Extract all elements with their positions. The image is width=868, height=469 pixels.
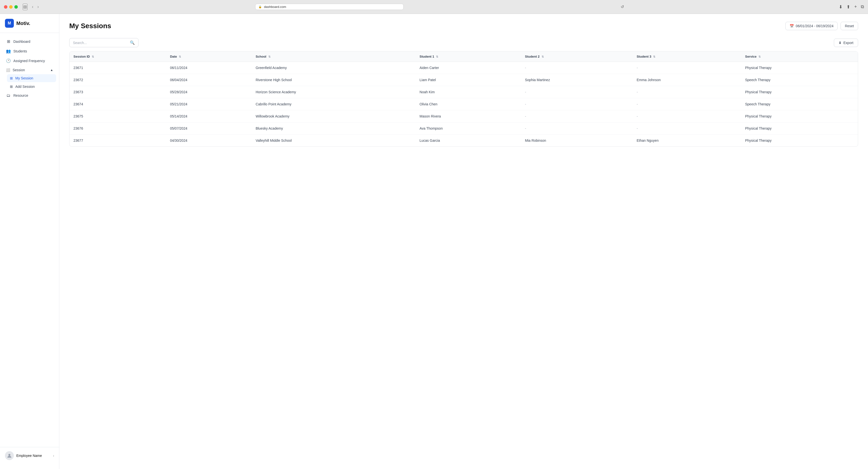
cell-service: Physical Therapy <box>741 86 858 98</box>
students-label: Students <box>13 49 27 53</box>
search-input[interactable] <box>73 41 128 45</box>
cell-school: Riverstone High School <box>252 74 416 86</box>
cell-service: Speech Therapy <box>741 98 858 110</box>
back-button[interactable]: ‹ <box>30 3 35 10</box>
add-session-label: Add Session <box>16 85 35 89</box>
sidebar-item-add-session[interactable]: ⊞ Add Session <box>7 83 56 91</box>
sort-service-icon: ⇅ <box>758 55 761 58</box>
cell-school: Horizon Science Academy <box>252 86 416 98</box>
browser-nav-arrows: ‹ › <box>30 3 40 10</box>
sidebar-item-dashboard[interactable]: ⊞ Dashboard <box>3 37 56 46</box>
table-header-row: Session ID ⇅ Date ⇅ School ⇅ Student 1 <box>69 52 858 62</box>
sidebar-footer[interactable]: Employee Name › <box>0 447 59 464</box>
table-row[interactable]: 23672 06/04/2024 Riverstone High School … <box>69 74 858 86</box>
browser-chrome: ⊞ ‹ › 🔒 dashboard.com ↺ ⬇ ⬆ + ⧉ <box>0 0 868 14</box>
col-student3[interactable]: Student 3 ⇅ <box>632 52 741 62</box>
table-row[interactable]: 23673 05/28/2024 Horizon Science Academy… <box>69 86 858 98</box>
reload-button[interactable]: ↺ <box>621 4 624 9</box>
sort-date-icon: ⇅ <box>179 55 181 58</box>
sidebar-toggle-button[interactable]: ⊞ <box>23 4 27 10</box>
sidebar-item-students[interactable]: 👥 Students <box>3 47 56 56</box>
cell-student3: Ethan Nguyen <box>632 135 741 147</box>
minimize-traffic-light[interactable] <box>9 5 12 9</box>
col-session-id[interactable]: Session ID ⇅ <box>69 52 166 62</box>
clock-icon: 🕐 <box>6 58 11 63</box>
cell-student3: - <box>632 98 741 110</box>
col-school[interactable]: School ⇅ <box>252 52 416 62</box>
cell-date: 05/21/2024 <box>166 98 251 110</box>
dashboard-icon: ⊞ <box>6 39 11 44</box>
col-student2[interactable]: Student 2 ⇅ <box>521 52 633 62</box>
cell-student3: - <box>632 122 741 135</box>
cell-service: Physical Therapy <box>741 135 858 147</box>
resource-icon: 🗂 <box>6 93 11 98</box>
cell-session-id: 23675 <box>69 110 166 122</box>
download-button[interactable]: ⬇ <box>839 4 842 10</box>
chevron-up-icon: ▲ <box>50 68 53 72</box>
cell-student1: Mason Rivera <box>416 110 521 122</box>
table-row[interactable]: 23671 06/11/2024 Greenfield Academy Aide… <box>69 62 858 74</box>
cell-date: 04/30/2024 <box>166 135 251 147</box>
session-label: Session <box>12 68 25 72</box>
resource-label: Resource <box>13 93 28 97</box>
close-traffic-light[interactable] <box>4 5 7 9</box>
cell-session-id: 23677 <box>69 135 166 147</box>
address-bar[interactable]: 🔒 dashboard.com <box>255 4 404 10</box>
share-button[interactable]: ⬆ <box>846 4 850 10</box>
reset-button[interactable]: Reset <box>841 22 858 30</box>
cell-date: 05/14/2024 <box>166 110 251 122</box>
cell-student1: Lucas Garcia <box>416 135 521 147</box>
table-row[interactable]: 23676 05/07/2024 Bluesky Academy Ava Tho… <box>69 122 858 135</box>
search-box: 🔍 <box>69 38 138 47</box>
sidebar-item-my-session[interactable]: ⊞ My Session <box>7 74 56 82</box>
sidebar: M Motiv. ⊞ Dashboard 👥 Students 🕐 Assign… <box>0 14 59 469</box>
logo-text: Motiv. <box>16 21 30 26</box>
cell-school: Willowbrook Academy <box>252 110 416 122</box>
cell-school: Cabrillo Point Academy <box>252 98 416 110</box>
sidebar-item-assigned-frequency[interactable]: 🕐 Assigned Frequency <box>3 56 56 65</box>
assigned-frequency-label: Assigned Frequency <box>13 59 45 63</box>
traffic-lights <box>4 5 18 9</box>
sidebar-logo: M Motiv. <box>0 19 59 33</box>
students-icon: 👥 <box>6 49 11 53</box>
session-group-header[interactable]: ⬜ Session ▲ <box>3 66 56 74</box>
table-body: 23671 06/11/2024 Greenfield Academy Aide… <box>69 62 858 147</box>
cell-student2: Mia Robinson <box>521 135 633 147</box>
app-wrapper: M Motiv. ⊞ Dashboard 👥 Students 🕐 Assign… <box>0 0 868 469</box>
col-date[interactable]: Date ⇅ <box>166 52 251 62</box>
logo-mark: M <box>5 19 14 28</box>
session-icon: ⬜ <box>6 68 10 72</box>
sort-student2-icon: ⇅ <box>541 55 544 58</box>
new-tab-button[interactable]: + <box>854 4 857 10</box>
cell-service: Physical Therapy <box>741 110 858 122</box>
cell-session-id: 23676 <box>69 122 166 135</box>
cell-student1: Noah Kim <box>416 86 521 98</box>
cell-school: Greenfield Academy <box>252 62 416 74</box>
tabs-button[interactable]: ⧉ <box>861 4 864 10</box>
forward-button[interactable]: › <box>36 3 40 10</box>
col-student1[interactable]: Student 1 ⇅ <box>416 52 521 62</box>
cell-date: 05/07/2024 <box>166 122 251 135</box>
sidebar-item-resource[interactable]: 🗂 Resource <box>3 91 56 100</box>
export-label: Export <box>843 41 854 45</box>
export-button[interactable]: ⬇ Export <box>834 38 858 47</box>
footer-arrow-icon: › <box>53 454 54 458</box>
table-row[interactable]: 23674 05/21/2024 Cabrillo Point Academy … <box>69 98 858 110</box>
nav-section: ⊞ Dashboard 👥 Students 🕐 Assigned Freque… <box>0 37 59 447</box>
cell-service: Speech Therapy <box>741 74 858 86</box>
cell-student2: Sophia Martinez <box>521 74 633 86</box>
export-icon: ⬇ <box>839 41 841 45</box>
table-row[interactable]: 23677 04/30/2024 Valleyhill Middle Schoo… <box>69 135 858 147</box>
fullscreen-traffic-light[interactable] <box>14 5 18 9</box>
sessions-table-wrapper: Session ID ⇅ Date ⇅ School ⇅ Student 1 <box>69 51 858 147</box>
cell-date: 06/11/2024 <box>166 62 251 74</box>
sessions-table: Session ID ⇅ Date ⇅ School ⇅ Student 1 <box>69 52 858 146</box>
cell-student1: Aiden Carter <box>416 62 521 74</box>
dashboard-label: Dashboard <box>13 39 30 43</box>
cell-student3: Emma Johnson <box>632 74 741 86</box>
date-range-button[interactable]: 📅 06/01/2024 - 06/19/2024 <box>785 22 838 30</box>
table-row[interactable]: 23675 05/14/2024 Willowbrook Academy Mas… <box>69 110 858 122</box>
cell-student1: Ava Thompson <box>416 122 521 135</box>
col-service[interactable]: Service ⇅ <box>741 52 858 62</box>
session-sub-items: ⊞ My Session ⊞ Add Session <box>3 74 56 91</box>
